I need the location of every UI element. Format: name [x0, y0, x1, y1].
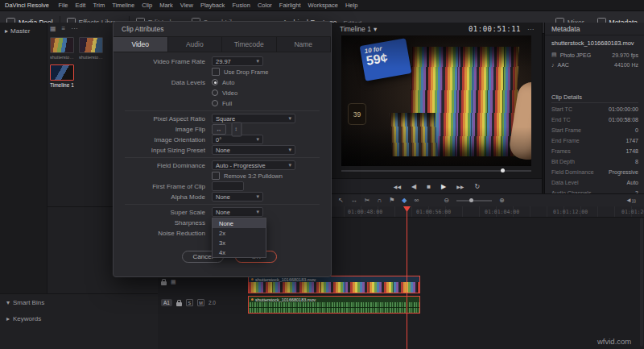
loop-button[interactable]: ↻	[474, 183, 480, 190]
use-drop-frame-checkbox[interactable]	[212, 68, 220, 76]
metadata-row: Start Frame0	[551, 127, 638, 133]
chevron-down-icon: ▾	[288, 162, 291, 168]
jog-back-button[interactable]: ◀◀	[394, 184, 401, 189]
zoom-slider[interactable]	[456, 200, 492, 202]
menu-playback[interactable]: Playback	[196, 2, 228, 9]
super-scale-option-4x[interactable]: 4x	[213, 247, 266, 257]
chevron-down-icon: ▾	[288, 115, 291, 122]
timeline-vertical-scrollbar[interactable]	[640, 218, 643, 347]
flip-horizontal-button[interactable]: ↔	[212, 124, 226, 135]
field-dominance-select[interactable]: Auto - Progressive ▾	[212, 160, 295, 170]
audio-clip[interactable]: shutterstock_1016680183.mov	[248, 296, 420, 314]
menu-mark[interactable]: Mark	[156, 2, 177, 9]
razor-tool-icon[interactable]: ✂	[365, 197, 370, 204]
super-scale-dropdown-menu: None 2x 3x 4x	[212, 218, 266, 258]
remove-pulldown-checkbox[interactable]	[212, 172, 220, 180]
timeline-thumbnail[interactable]	[50, 64, 74, 81]
media-clip-thumbnail-2[interactable]	[79, 37, 103, 53]
noise-reduction-label: Noise Reduction	[125, 230, 205, 237]
menu-timeline[interactable]: Timeline	[109, 2, 138, 9]
speaker-icon[interactable]: ◄)))	[625, 197, 636, 204]
tab-timecode[interactable]: Timecode	[222, 37, 277, 52]
track-view-icon[interactable]: ▦	[171, 279, 176, 285]
menu-fusion[interactable]: Fusion	[229, 2, 254, 9]
solo-button[interactable]: S	[186, 299, 193, 306]
viewer-scrub-handle[interactable]	[501, 168, 505, 172]
smart-bins-section[interactable]: ▾ Smart Bins	[6, 299, 44, 306]
lock-icon[interactable]	[161, 281, 167, 285]
menu-trim[interactable]: Trim	[89, 2, 109, 9]
metadata-panel: Metadata shutterstock_1016680183.mov ▤ P…	[544, 23, 644, 193]
bin-master[interactable]: ▸ Master	[5, 27, 30, 35]
viewer-timecode: 01:00:51:11	[469, 25, 521, 33]
metadata-row: End TC01:00:58:08	[551, 117, 638, 123]
trim-tool-icon[interactable]: ↔	[351, 197, 357, 204]
menu-color[interactable]: Color	[254, 2, 275, 9]
stop-button[interactable]: ■	[427, 183, 431, 190]
menu-edit[interactable]: Edit	[72, 2, 89, 9]
more-options-icon[interactable]: ⋯	[71, 25, 77, 32]
zoom-out-icon[interactable]: ⊖	[444, 197, 449, 204]
flag-icon[interactable]: ⚑	[389, 197, 394, 204]
dialog-divider	[125, 110, 320, 111]
clip-color-icon	[251, 298, 254, 301]
zoom-slider-knob[interactable]	[469, 198, 473, 202]
data-level-video-radio[interactable]	[212, 89, 218, 96]
chevron-down-icon: ▾	[256, 136, 259, 143]
input-sizing-select[interactable]: None ▾	[212, 145, 295, 155]
menu-help[interactable]: Help	[341, 2, 361, 9]
menu-fairlight[interactable]: Fairlight	[275, 2, 304, 9]
pixel-aspect-label: Pixel Aspect Ratio	[125, 115, 205, 123]
viewer-options-icon[interactable]: ⋯	[527, 26, 534, 33]
media-clip-thumbnail-1[interactable]	[50, 37, 74, 53]
tab-name[interactable]: Name	[277, 37, 332, 52]
video-track-header: ▦	[161, 279, 246, 285]
lock-icon[interactable]	[176, 302, 182, 306]
video-frame-rate-select[interactable]: 29.97 ▾	[212, 56, 263, 66]
step-back-button[interactable]: ◀	[411, 183, 416, 190]
clip-details-header: Clip Details	[551, 93, 638, 103]
link-icon[interactable]: ∞	[414, 197, 419, 204]
image-flip-label: Image Flip	[125, 126, 205, 133]
marker-icon[interactable]: ◆	[402, 197, 407, 204]
data-level-full-radio[interactable]	[212, 100, 218, 106]
super-scale-select[interactable]: None ▾	[212, 207, 263, 217]
alpha-mode-select[interactable]: None ▾	[212, 192, 263, 202]
list-view-icon[interactable]: ≡	[62, 25, 66, 32]
viewer-scrub-bar[interactable]	[341, 170, 531, 172]
menu-workspace[interactable]: Workspace	[304, 2, 341, 9]
super-scale-option-none[interactable]: None	[213, 218, 266, 228]
super-scale-option-2x[interactable]: 2x	[213, 228, 266, 238]
media-pool-view-toolbar: ▦ ≡ ⋯	[50, 25, 77, 32]
viewer-timeline-selector[interactable]: Timeline 1 ▾	[340, 25, 377, 33]
super-scale-label: Super Scale	[125, 209, 205, 216]
pixel-aspect-select[interactable]: Square ▾	[212, 114, 295, 123]
tab-video[interactable]: Video	[114, 37, 168, 52]
menu-view[interactable]: View	[176, 2, 196, 9]
menu-file[interactable]: File	[55, 2, 72, 9]
super-scale-option-3x[interactable]: 3x	[213, 238, 266, 247]
mute-button[interactable]: M	[197, 299, 204, 306]
video-clip[interactable]: shutterstock_1016680183.mov	[248, 276, 420, 293]
dialog-divider	[125, 157, 320, 158]
playhead[interactable]	[407, 206, 407, 349]
menu-clip[interactable]: Clip	[138, 2, 156, 9]
transport-controls: ◀◀ ◀ ■ ▶ ▶▶ ↻	[332, 178, 542, 194]
tab-audio[interactable]: Audio	[168, 37, 223, 52]
first-frame-input[interactable]	[212, 181, 244, 191]
pointer-tool-icon[interactable]: ↖	[338, 197, 344, 204]
pool-divider	[0, 293, 158, 294]
snap-icon[interactable]: ∩	[377, 197, 382, 204]
grid-view-icon[interactable]: ▦	[50, 25, 56, 32]
play-button[interactable]: ▶	[441, 183, 446, 190]
audio-track-badge[interactable]: A1	[161, 299, 172, 306]
keywords-section[interactable]: ▸ Keywords	[6, 315, 41, 322]
zoom-in-icon[interactable]: ⊕	[499, 197, 505, 204]
video-preview: 10 for 59¢ 39	[341, 35, 531, 166]
data-level-auto-radio[interactable]	[212, 79, 218, 85]
menubar: DaVinci Resolve File Edit Trim Timeline …	[0, 0, 644, 11]
jog-forward-button[interactable]: ▶▶	[456, 184, 464, 189]
dialog-divider	[125, 204, 320, 205]
flip-vertical-button[interactable]: ↔	[232, 122, 242, 136]
media-clip-caption-1: shutterstock...	[50, 55, 76, 60]
